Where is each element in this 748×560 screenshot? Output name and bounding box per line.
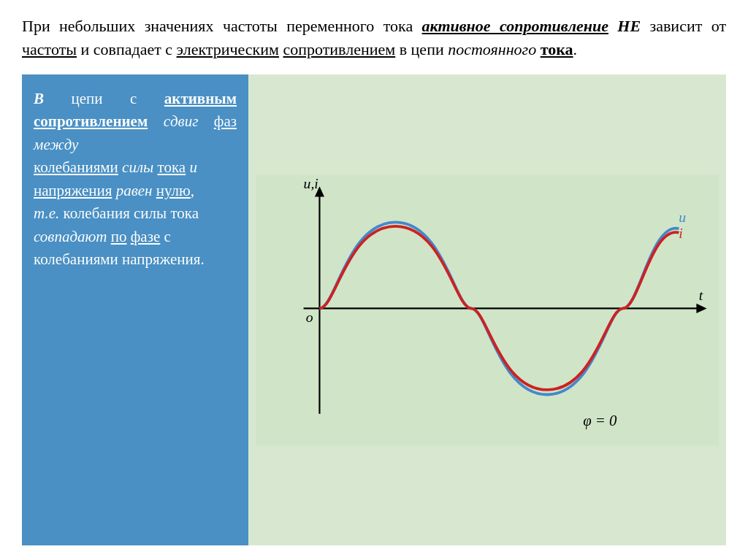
nulyu-label: нулю (156, 182, 191, 199)
i-label: i (679, 225, 682, 241)
resistance-text: сопротивлением (283, 40, 395, 58)
wave-chart: u,i t o u i φ = 0 (256, 82, 719, 538)
page: При небольших значениях частоты переменн… (0, 0, 748, 560)
ne-text: НЕ (617, 17, 641, 35)
left-panel: В цепи с активным сопротивлением сдвиг ф… (22, 74, 248, 545)
faz-label: фаз (214, 112, 237, 130)
te-text: т.е. (34, 204, 59, 222)
sdvig-text: сдвиг (164, 112, 199, 130)
origin-label: o (306, 309, 313, 325)
phi-label: φ = 0 (583, 413, 617, 429)
napryazheniya-label: напряжения (34, 182, 112, 199)
u-label: u (679, 209, 686, 225)
constant-text: постоянного (448, 40, 536, 58)
active-label: активным сопротивлением (34, 90, 237, 131)
sily-text: силы (122, 158, 153, 176)
x-axis-label: t (699, 287, 703, 303)
mezhdu-text: между (34, 136, 78, 153)
po-label: по (111, 228, 127, 245)
left-panel-text: В цепи с активным сопротивлением сдвиг ф… (34, 88, 237, 272)
right-panel: u,i t o u i φ = 0 (248, 74, 726, 545)
toka-label: тока (158, 158, 186, 176)
svg-rect-0 (256, 174, 719, 446)
active-resistance-text: активное сопротивление (422, 17, 608, 35)
faze-label: фазе (131, 228, 161, 245)
i-text: и (189, 158, 197, 176)
raven-text: равен (116, 182, 153, 199)
y-axis-label: u,i (304, 175, 318, 191)
kolebaniyami-label: колебаниями (34, 158, 118, 176)
v-text: В (34, 90, 44, 107)
bottom-section: В цепи с активным сопротивлением сдвиг ф… (22, 74, 726, 545)
frequency-text: частоты (22, 40, 77, 58)
sovpadayut-text: совпадают (34, 228, 107, 245)
top-paragraph: При небольших значениях частоты переменн… (22, 15, 726, 61)
electric-text: электрическим (177, 40, 279, 58)
current-text: тока (541, 40, 573, 58)
